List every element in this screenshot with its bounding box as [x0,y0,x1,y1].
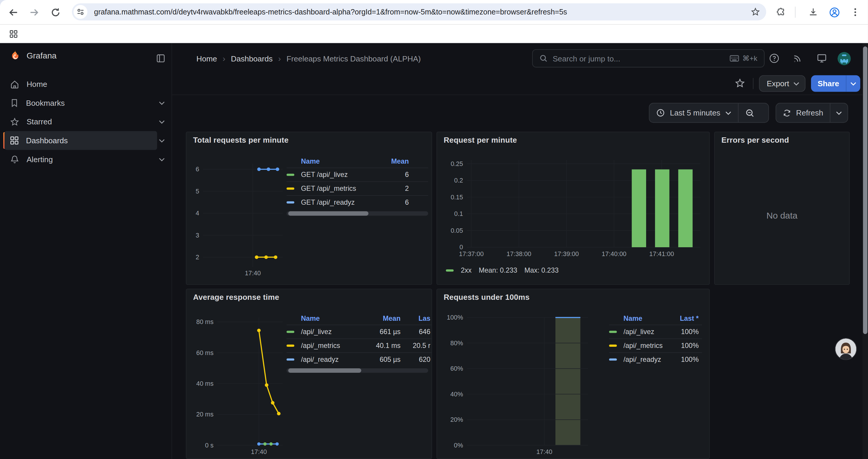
browser-back-button[interactable] [6,4,21,20]
col-name[interactable]: Name [623,315,673,322]
arrow-left-icon [8,7,18,17]
series-last: 100% [673,356,702,363]
series-mean: 40.1 ms [364,342,401,350]
apps-grid-button[interactable] [6,26,21,41]
legend-row[interactable]: /api/_readyz 605 µs 620 [286,352,432,366]
browser-reload-button[interactable] [48,4,63,20]
sidebar-item-starred[interactable]: Starred [4,112,157,131]
site-settings-chip[interactable] [73,5,88,19]
chevron-down-icon [158,157,164,161]
tune-icon [76,8,85,16]
series-name[interactable]: /api/_readyz [301,356,364,363]
sidebar-item-home[interactable]: Home [4,75,157,94]
share-label: Share [811,75,846,92]
scrollbar-thumb[interactable] [288,368,361,373]
panel-errors-per-second[interactable]: Errors per second No data [714,132,850,285]
sidebar-item-alerting[interactable]: Alerting [4,150,157,169]
col-mean[interactable]: Mean [382,158,428,165]
series-name[interactable]: /api/_livez [623,328,673,335]
legend-scrollbar[interactable] [286,211,428,216]
series-name[interactable]: GET /api/_metrics [301,185,382,192]
series-name[interactable]: /api/_readyz [623,356,673,363]
sidebar-expand-bookmarks[interactable] [155,93,168,112]
legend-row[interactable]: GET /api/_metrics 2 [286,182,428,195]
series-name[interactable]: /api/_metrics [301,342,364,350]
bookmark-icon [10,98,19,107]
grafana-app: Grafana Home › Dashboards › Freeleaps Me… [0,43,868,459]
sidebar-expand-dashboards[interactable] [155,131,168,150]
legend-row[interactable]: GET /api/_livez 6 [286,167,428,182]
col-last[interactable]: Las [401,315,432,322]
panel-requests-under-100ms[interactable]: Requests under 100ms 100%80%60%40%20%0%1… [436,289,710,459]
grafana-brand[interactable]: Grafana [9,49,56,62]
series-name[interactable]: GET /api/_readyz [301,198,382,206]
extensions-button[interactable] [773,4,789,20]
scrollbar-thumb[interactable] [288,211,369,216]
col-mean[interactable]: Mean [364,315,401,322]
favorite-dashboard-button[interactable] [734,77,746,89]
series-mean: 6 [382,171,428,179]
browser-forward-button[interactable] [26,4,41,20]
search-input[interactable]: Search or jump to... ⌘+k [532,49,764,68]
panel-title[interactable]: Errors per second [721,136,789,144]
chevron-down-icon [158,120,164,124]
legend-row[interactable]: GET /api/_readyz 6 [286,195,428,209]
display-button[interactable] [811,47,832,68]
series-name[interactable]: /api/_metrics [623,342,673,350]
url-text[interactable]: grafana.mathmast.com/d/deytv4rwavabkb/fr… [94,3,567,21]
legend-row[interactable]: /api/_livez 661 µs 646 [286,325,432,338]
col-last[interactable]: Last * [673,315,702,322]
browser-menu-button[interactable] [848,4,863,20]
series-name[interactable]: 2xx [461,267,471,274]
rss-icon [793,53,803,63]
col-name[interactable]: Name [301,158,382,165]
bookmark-star-button[interactable] [749,6,761,18]
svg-text:40 ms: 40 ms [196,380,214,387]
chart-legend: 2xx Mean: 0.233 Max: 0.233 [446,267,559,274]
legend-row[interactable]: /api/_livez 100% [609,325,702,338]
export-button[interactable]: Export [759,75,806,92]
refresh-interval-button[interactable] [831,103,848,122]
time-range-controls: Last 5 minutes [649,103,769,123]
sidebar-item-bookmarks[interactable]: Bookmarks [4,93,157,112]
panel-request-per-minute[interactable]: Request per minute 0.250.20.150.10.05017… [436,132,710,285]
zoom-out-icon [745,108,754,118]
zoom-out-button[interactable] [739,103,761,122]
legend-row[interactable]: /api/_metrics 100% [609,338,702,352]
user-avatar[interactable] [838,52,851,65]
sidebar-expand-alerting[interactable] [155,150,168,169]
col-name[interactable]: Name [301,315,364,322]
dashboards-grid-icon [10,136,19,145]
address-bar[interactable]: grafana.mathmast.com/d/deytv4rwavabkb/fr… [72,3,766,21]
mega-menu-dock-button[interactable] [154,52,166,64]
svg-text:6: 6 [195,166,199,173]
panel-average-response-time[interactable]: Average response time 80 ms60 ms40 ms20 … [186,289,432,459]
series-name[interactable]: GET /api/_livez [301,171,382,179]
panel-total-requests[interactable]: Total requests per minute 6543217:40 Nam… [186,132,432,285]
series-color-pill [286,188,294,190]
news-button[interactable] [787,47,808,68]
series-name[interactable]: /api/_livez [301,328,364,335]
sidebar-expand-starred[interactable] [155,112,168,131]
refresh-button[interactable]: Refresh [776,103,830,122]
breadcrumb-dashboards[interactable]: Dashboards [231,54,273,63]
series-color-pill [286,331,294,333]
floating-assistant-avatar[interactable] [835,338,856,359]
series-last: 646 [401,328,432,335]
profile-button[interactable] [827,4,842,20]
legend-row[interactable]: /api/_metrics 40.1 ms 20.5 r [286,338,432,352]
sidebar-item-dashboards[interactable]: Dashboards [4,131,157,150]
svg-text:0.15: 0.15 [451,194,463,201]
legend-row[interactable]: /api/_readyz 100% [609,352,702,366]
share-menu-button[interactable] [846,75,860,92]
share-button[interactable]: Share [811,75,860,92]
breadcrumb-home[interactable]: Home [196,54,217,63]
download-icon [808,7,818,17]
chevron-down-icon [850,81,857,85]
page-scrollbar-thumb[interactable] [863,46,867,334]
time-range-picker[interactable]: Last 5 minutes [649,103,738,122]
downloads-button[interactable] [805,4,821,20]
legend-scrollbar[interactable] [286,368,428,373]
svg-text:17:38:00: 17:38:00 [507,251,531,258]
help-button[interactable] [764,47,784,68]
